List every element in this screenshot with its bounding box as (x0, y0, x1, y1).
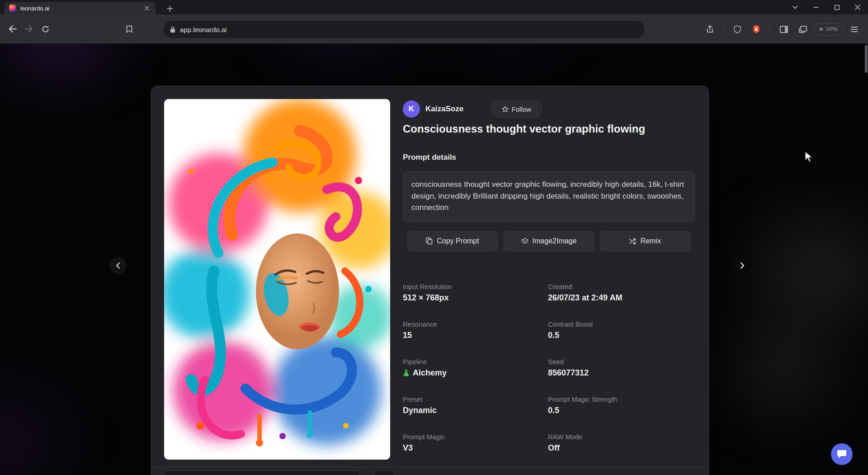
next-image-button[interactable] (733, 256, 752, 275)
mouse-cursor (804, 151, 815, 164)
window-close-button[interactable] (847, 0, 868, 14)
remix-button[interactable]: Remix (600, 231, 690, 251)
page-content: K KaizaSoze Follow Consciousness thought… (0, 44, 868, 475)
detail-created: Created 26/07/23 at 2:49 AM (548, 283, 695, 308)
tab-title: leonardo.ai (20, 5, 139, 12)
remix-label: Remix (641, 237, 661, 245)
detail-contrast-boost: Contrast Boost 0.5 (548, 320, 695, 346)
share-icon[interactable] (702, 21, 718, 38)
sidebar-panel-icon[interactable] (776, 21, 792, 38)
remix-icon (629, 238, 637, 245)
detail-preset: Preset Dynamic (403, 395, 548, 421)
support-chat-button[interactable] (831, 443, 853, 465)
address-bar[interactable]: app.leonardo.ai (164, 21, 645, 38)
back-button[interactable] (5, 21, 21, 37)
author-name[interactable]: KaizaSoze (425, 100, 463, 118)
reading-list-icon[interactable] (795, 21, 811, 38)
vpn-status-dot (820, 28, 823, 31)
detail-raw-mode: RAW Mode Off (548, 433, 695, 458)
tab-favicon-icon (9, 5, 16, 12)
navigation-bar: app.leonardo.ai VPN (0, 14, 868, 44)
tab-close-icon[interactable] (143, 4, 151, 12)
detail-resonance: Resonance 15 (403, 320, 548, 346)
generation-title: Consciousness thought vector graphic flo… (403, 123, 695, 135)
tab-search-chevron-icon[interactable] (785, 0, 806, 14)
avatar[interactable]: K (403, 100, 420, 118)
follow-button[interactable]: Follow (491, 101, 542, 118)
window-minimize-button[interactable] (806, 0, 826, 14)
detail-prompt-magic: Prompt Magic V3 (403, 433, 548, 458)
copy-prompt-button[interactable]: Copy Prompt (407, 231, 498, 251)
menu-hamburger-icon[interactable] (846, 21, 863, 38)
lock-icon (170, 26, 175, 33)
browser-window: leonardo.ai (0, 0, 868, 475)
follow-label: Follow (512, 105, 531, 113)
browser-tab[interactable]: leonardo.ai (5, 2, 156, 14)
previous-image-button[interactable] (109, 257, 127, 274)
url-text: app.leonardo.ai (180, 26, 226, 33)
copy-icon (426, 238, 433, 245)
flask-icon (403, 369, 410, 377)
image-toolbar-button[interactable] (374, 470, 394, 475)
window-maximize-button[interactable] (826, 0, 847, 14)
reload-button[interactable] (37, 21, 53, 37)
vpn-button[interactable]: VPN (814, 23, 844, 36)
image-detail-modal: K KaizaSoze Follow Consciousness thought… (151, 86, 709, 475)
vpn-label: VPN (826, 26, 838, 33)
detail-seed: Seed 856077312 (548, 358, 695, 383)
scrollbar-thumb[interactable] (865, 45, 868, 73)
image-toolbar[interactable] (164, 470, 360, 475)
divider (770, 24, 770, 35)
star-icon (502, 106, 509, 113)
prompt-text: consciousness thought vector graphic flo… (403, 171, 695, 222)
brave-logo-icon[interactable] (748, 21, 764, 38)
prompt-details-heading: Prompt details (403, 153, 456, 162)
detail-input-resolution: Input Resolution 512 × 768px (403, 283, 548, 308)
image2image-button[interactable]: Image2Image (504, 231, 594, 251)
divider (151, 467, 709, 467)
forward-button[interactable] (21, 21, 37, 37)
detail-pipeline: Pipeline Alchemy (403, 358, 548, 383)
artwork-image[interactable] (164, 99, 390, 460)
detail-prompt-magic-strength: Prompt Magic Strength 0.5 (548, 395, 695, 421)
copy-prompt-label: Copy Prompt (437, 237, 479, 245)
tab-bar: leonardo.ai (0, 0, 868, 14)
divider (723, 24, 724, 35)
brave-shield-icon[interactable] (729, 21, 745, 38)
new-tab-button[interactable] (165, 3, 175, 14)
generate-with-model-button[interactable]: Generate with this model (403, 473, 695, 475)
layers-icon (521, 238, 528, 245)
generation-details: Input Resolution 512 × 768px Created 26/… (403, 283, 695, 458)
bookmark-icon[interactable] (121, 21, 137, 37)
pipeline-value: Alchemy (413, 368, 447, 378)
image2image-label: Image2Image (533, 237, 577, 245)
